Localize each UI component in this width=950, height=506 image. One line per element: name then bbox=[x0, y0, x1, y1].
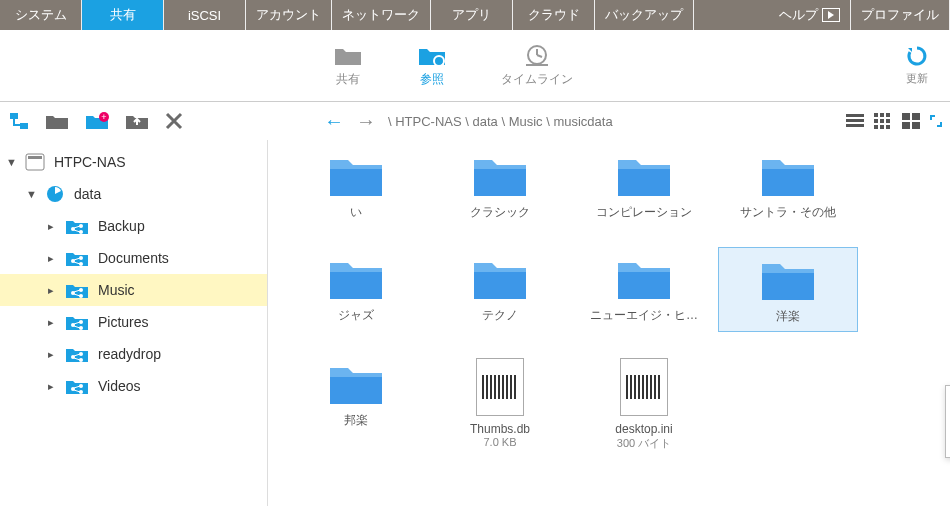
refresh-button[interactable]: 更新 bbox=[906, 45, 928, 86]
svg-rect-19 bbox=[874, 125, 878, 129]
tree-label: HTPC-NAS bbox=[54, 154, 126, 170]
nav-tab[interactable]: プロファイル bbox=[851, 0, 950, 30]
share-folder-icon bbox=[64, 280, 90, 300]
tree-twisty-icon[interactable]: ▸ bbox=[46, 316, 56, 329]
item-name: 邦楽 bbox=[344, 412, 368, 429]
nav-tab[interactable]: 共有 bbox=[82, 0, 164, 30]
tree-label: Backup bbox=[98, 218, 145, 234]
tree-volume[interactable]: ▼data bbox=[0, 178, 267, 210]
svg-rect-25 bbox=[912, 122, 920, 129]
folder-icon bbox=[612, 150, 676, 198]
new-folder-tree-icon[interactable] bbox=[8, 111, 30, 131]
item-meta: 300 バイト bbox=[617, 436, 671, 451]
subbar-timeline[interactable]: タイムライン bbox=[501, 43, 573, 88]
tree-root[interactable]: ▼HTPC-NAS bbox=[0, 146, 267, 178]
tree-folder[interactable]: ▸Backup bbox=[0, 210, 267, 242]
folder-item[interactable]: 邦楽 bbox=[286, 352, 426, 457]
item-name: い bbox=[350, 204, 362, 221]
nav-tab[interactable]: ネットワーク bbox=[332, 0, 431, 30]
svg-rect-23 bbox=[912, 113, 920, 120]
nav-tab[interactable]: アカウント bbox=[246, 0, 332, 30]
nav-tab[interactable]: システム bbox=[0, 0, 82, 30]
item-name: サントラ・その他 bbox=[740, 204, 836, 221]
svg-line-4 bbox=[537, 55, 542, 57]
tree-folder[interactable]: ▸Videos bbox=[0, 370, 267, 402]
nav-tab[interactable]: iSCSI bbox=[164, 0, 246, 30]
tree-label: data bbox=[74, 186, 101, 202]
view-large-icons-icon[interactable] bbox=[902, 113, 920, 129]
file-icon bbox=[476, 358, 524, 416]
folder-item[interactable]: テクノ bbox=[430, 247, 570, 332]
nav-tab[interactable]: クラウド bbox=[513, 0, 595, 30]
folder-item[interactable]: コンピレーション bbox=[574, 144, 714, 227]
folder-icon bbox=[333, 43, 363, 67]
breadcrumb[interactable]: \ HTPC-NAS \ data \ Music \ musicdata bbox=[388, 114, 613, 129]
item-name: クラシック bbox=[470, 204, 530, 221]
file-item[interactable]: Thumbs.db7.0 KB bbox=[430, 352, 570, 457]
svg-rect-21 bbox=[886, 125, 890, 129]
svg-rect-15 bbox=[886, 113, 890, 117]
folder-item[interactable]: サントラ・その他 bbox=[718, 144, 858, 227]
svg-rect-16 bbox=[874, 119, 878, 123]
tree-twisty-icon[interactable]: ▸ bbox=[46, 380, 56, 393]
svg-rect-14 bbox=[880, 113, 884, 117]
nav-tab[interactable]: ヘルプ bbox=[769, 0, 851, 30]
sub-toolbar: 共有 参照 タイムライン 更新 bbox=[0, 30, 950, 102]
subbar-share[interactable]: 共有 bbox=[333, 43, 363, 88]
share-folder-icon bbox=[64, 344, 90, 364]
folder-item[interactable]: い bbox=[286, 144, 426, 227]
svg-rect-13 bbox=[874, 113, 878, 117]
tree-twisty-icon[interactable]: ▸ bbox=[46, 284, 56, 297]
file-item[interactable]: desktop.ini300 バイト bbox=[574, 352, 714, 457]
folder-item[interactable]: 洋楽 bbox=[718, 247, 858, 332]
item-popover: 参照 コピー bbox=[945, 385, 950, 458]
nav-tab[interactable]: バックアップ bbox=[595, 0, 694, 30]
content-pane: いクラシックコンピレーションサントラ・その他ジャズテクノニューエイジ・ヒ…洋楽邦… bbox=[268, 140, 950, 506]
svg-rect-17 bbox=[880, 119, 884, 123]
folder-item[interactable]: ジャズ bbox=[286, 247, 426, 332]
share-folder-icon bbox=[64, 248, 90, 268]
tree-twisty-icon[interactable]: ▼ bbox=[26, 188, 36, 200]
view-list-icon[interactable] bbox=[846, 113, 864, 129]
tree-label: Videos bbox=[98, 378, 141, 394]
tree-label: Pictures bbox=[98, 314, 149, 330]
svg-rect-6 bbox=[10, 113, 18, 119]
folder-icon bbox=[468, 253, 532, 301]
refresh-label: 更新 bbox=[906, 71, 928, 86]
view-small-icons-icon[interactable] bbox=[874, 113, 892, 129]
tree-folder[interactable]: ▸readydrop bbox=[0, 338, 267, 370]
share-folder-icon bbox=[64, 312, 90, 332]
tree-twisty-icon[interactable]: ▸ bbox=[46, 348, 56, 361]
tree-folder[interactable]: ▸Documents bbox=[0, 242, 267, 274]
tree-label: readydrop bbox=[98, 346, 161, 362]
folder-icon bbox=[324, 150, 388, 198]
subbar-browse[interactable]: 参照 bbox=[417, 43, 447, 88]
tree-twisty-icon[interactable]: ▸ bbox=[46, 220, 56, 233]
nav-forward-icon[interactable]: → bbox=[356, 110, 376, 133]
folder-icon bbox=[756, 150, 820, 198]
folder-open-icon[interactable] bbox=[44, 111, 70, 131]
nav-tab[interactable]: アプリ bbox=[431, 0, 513, 30]
folder-icon bbox=[612, 253, 676, 301]
tree-folder[interactable]: ▸Pictures bbox=[0, 306, 267, 338]
tree-twisty-icon[interactable]: ▼ bbox=[6, 156, 16, 168]
svg-text:+: + bbox=[101, 112, 106, 122]
nav-back-icon[interactable]: ← bbox=[324, 110, 344, 133]
folder-search-icon bbox=[417, 43, 447, 67]
folder-upload-icon[interactable] bbox=[124, 111, 150, 131]
svg-rect-20 bbox=[880, 125, 884, 129]
folder-icon bbox=[324, 253, 388, 301]
share-folder-icon bbox=[64, 376, 90, 396]
item-name: コンピレーション bbox=[596, 204, 692, 221]
item-name: ニューエイジ・ヒ… bbox=[590, 307, 698, 324]
item-name: ジャズ bbox=[338, 307, 374, 324]
delete-icon[interactable] bbox=[164, 111, 184, 131]
folder-add-icon[interactable]: + bbox=[84, 111, 110, 131]
tree-folder[interactable]: ▸Music bbox=[0, 274, 267, 306]
view-expand-icon[interactable] bbox=[930, 115, 942, 127]
tree-twisty-icon[interactable]: ▸ bbox=[46, 252, 56, 265]
folder-icon bbox=[756, 254, 820, 302]
sidebar-tree: ▼HTPC-NAS▼data▸Backup▸Documents▸Music▸Pi… bbox=[0, 140, 268, 506]
folder-item[interactable]: クラシック bbox=[430, 144, 570, 227]
folder-item[interactable]: ニューエイジ・ヒ… bbox=[574, 247, 714, 332]
